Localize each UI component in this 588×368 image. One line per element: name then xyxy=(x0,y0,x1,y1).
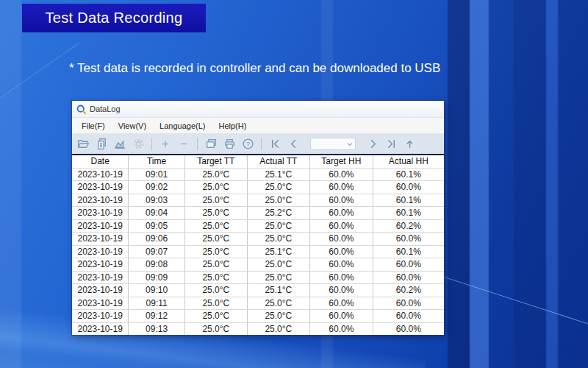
table-cell: 09:13 xyxy=(129,323,184,336)
table-cell: 2023-10-19 xyxy=(72,181,129,194)
table-cell: 2023-10-19 xyxy=(72,297,129,310)
table-cell: 60.0% xyxy=(310,272,373,284)
minus-icon: − xyxy=(180,138,187,150)
last-page-button[interactable] xyxy=(384,137,398,152)
table-cell: 2023-10-19 xyxy=(72,310,129,322)
window-titlebar[interactable]: DataLog xyxy=(72,101,444,118)
table-cell: 60.0% xyxy=(373,272,444,284)
table-row[interactable]: 2023-10-1909:1225.0°C25.0°C60.0%60.0% xyxy=(72,310,444,323)
window-title: DataLog xyxy=(90,105,121,113)
table-row[interactable]: 2023-10-1909:0125.0°C25.1°C60.0%60.1% xyxy=(72,169,444,182)
chart-button[interactable] xyxy=(112,137,127,152)
menu-file[interactable]: File(F) xyxy=(75,119,112,132)
menu-view[interactable]: View(V) xyxy=(112,119,153,132)
table-cell: 60.1% xyxy=(373,194,444,207)
first-page-button[interactable] xyxy=(268,137,282,152)
table-cell: 60.0% xyxy=(310,310,373,322)
table-cell: 25.0°C xyxy=(185,258,248,271)
table-row[interactable]: 2023-10-1909:0225.0°C25.0°C60.0%60.0% xyxy=(72,181,444,194)
menu-help[interactable]: Help(H) xyxy=(212,119,253,132)
next-page-button[interactable] xyxy=(365,137,380,152)
table-cell: 2023-10-19 xyxy=(72,284,129,297)
settings-gear-icon[interactable] xyxy=(131,137,146,152)
copy-button[interactable] xyxy=(94,137,109,152)
slide-note: * Test data is recorded in controller an… xyxy=(69,61,440,76)
table-cell: 60.0% xyxy=(310,220,373,233)
column-header: Date xyxy=(72,155,129,168)
table-row[interactable]: 2023-10-1909:0525.0°C25.0°C60.0%60.2% xyxy=(72,220,444,233)
remove-button[interactable]: − xyxy=(176,137,191,152)
table-cell: 60.0% xyxy=(310,258,373,271)
table-row[interactable]: 2023-10-1909:0925.0°C25.0°C60.0%60.0% xyxy=(72,272,444,285)
table-cell: 25.1°C xyxy=(248,246,310,258)
table-cell: 25.0°C xyxy=(248,323,310,336)
table-cell: 60.0% xyxy=(310,284,373,297)
table-cell: 60.0% xyxy=(373,297,444,310)
help-button[interactable]: ? xyxy=(240,137,255,152)
cascade-windows-button[interactable] xyxy=(204,137,218,152)
table-cell: 25.0°C xyxy=(185,284,248,297)
table-row[interactable]: 2023-10-1909:1025.0°C25.1°C60.0%60.2% xyxy=(72,284,444,297)
table-row[interactable]: 2023-10-1909:0725.0°C25.1°C60.0%60.1% xyxy=(72,246,444,259)
svg-text:?: ? xyxy=(245,141,249,148)
table-cell: 60.1% xyxy=(373,169,444,181)
chevron-down-icon xyxy=(346,141,354,148)
table-row[interactable]: 2023-10-1909:0825.0°C25.0°C60.0%60.0% xyxy=(72,258,444,272)
table-row[interactable]: 2023-10-1909:0425.0°C25.2°C60.0%60.1% xyxy=(72,207,444,220)
table-cell: 25.0°C xyxy=(248,220,310,233)
plus-icon: + xyxy=(162,138,168,150)
table-cell: 09:05 xyxy=(129,220,184,233)
table-row[interactable]: 2023-10-1909:0325.0°C25.0°C60.0%60.1% xyxy=(72,194,444,208)
toolbar-separator xyxy=(197,138,198,150)
add-button[interactable]: + xyxy=(158,137,173,152)
table-row[interactable]: 2023-10-1909:1125.0°C25.0°C60.0%60.0% xyxy=(72,297,444,311)
menu-language[interactable]: Language(L) xyxy=(153,119,212,132)
table-cell: 2023-10-19 xyxy=(72,194,129,207)
table-cell: 09:02 xyxy=(129,181,184,194)
previous-page-button[interactable] xyxy=(286,137,301,152)
table-cell: 60.2% xyxy=(373,220,444,233)
table-cell: 25.0°C xyxy=(248,258,310,271)
table-cell: 25.0°C xyxy=(185,310,248,322)
table-cell: 09:03 xyxy=(129,194,184,207)
table-cell: 60.2% xyxy=(373,284,444,297)
app-icon xyxy=(76,105,86,114)
column-header: Actual HH xyxy=(373,155,444,168)
slide-title: Test Data Recording xyxy=(46,10,183,26)
table-cell: 25.0°C xyxy=(185,233,248,245)
table-cell: 60.0% xyxy=(310,246,373,258)
table-cell: 2023-10-19 xyxy=(72,272,129,284)
table-cell: 2023-10-19 xyxy=(72,246,129,258)
table-cell: 25.0°C xyxy=(185,246,248,258)
table-cell: 60.0% xyxy=(310,169,373,181)
table-cell: 2023-10-19 xyxy=(72,207,129,219)
table-row[interactable]: 2023-10-1909:1325.0°C25.0°C60.0%60.0% xyxy=(72,323,444,336)
table-cell: 60.0% xyxy=(310,323,373,336)
table-cell: 2023-10-19 xyxy=(72,169,129,181)
page-select-dropdown[interactable] xyxy=(310,138,356,150)
table-cell: 25.0°C xyxy=(185,272,248,284)
data-table: DateTimeTarget TTActual TTTarget HHActua… xyxy=(72,155,444,335)
table-cell: 25.0°C xyxy=(248,310,310,322)
table-cell: 60.0% xyxy=(310,233,373,245)
table-cell: 25.0°C xyxy=(248,181,310,194)
table-cell: 60.0% xyxy=(373,181,444,194)
table-cell: 09:07 xyxy=(129,246,184,258)
table-cell: 60.0% xyxy=(310,207,373,219)
table-cell: 09:09 xyxy=(129,272,184,284)
table-cell: 09:04 xyxy=(129,207,184,219)
column-header: Target HH xyxy=(310,155,373,168)
column-header: Target TT xyxy=(185,155,248,168)
table-cell: 25.2°C xyxy=(248,207,310,219)
slide-title-banner: Test Data Recording xyxy=(22,4,206,32)
table-cell: 2023-10-19 xyxy=(72,323,129,336)
table-row[interactable]: 2023-10-1909:0625.0°C25.0°C60.0%60.0% xyxy=(72,233,444,246)
table-cell: 60.0% xyxy=(373,323,444,336)
table-cell: 09:06 xyxy=(129,233,184,245)
table-cell: 25.0°C xyxy=(248,297,310,310)
print-button[interactable] xyxy=(222,137,237,152)
open-folder-button[interactable] xyxy=(76,137,90,152)
table-cell: 09:08 xyxy=(129,258,184,271)
table-cell: 2023-10-19 xyxy=(72,233,129,245)
scroll-top-button[interactable] xyxy=(402,137,417,152)
